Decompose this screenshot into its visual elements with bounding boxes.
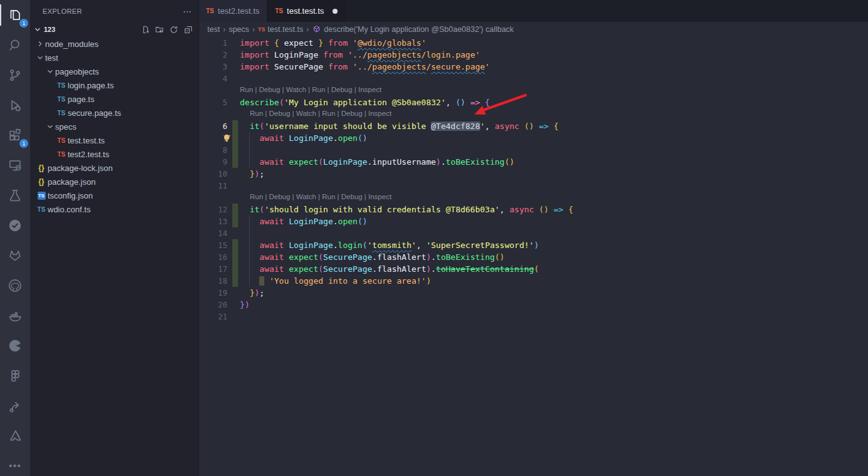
code-line-5[interactable]: 5describe('My Login application @Sb0ae08…: [199, 96, 868, 108]
chevron-down-icon: [45, 67, 55, 76]
activity-extensions-icon[interactable]: 1: [0, 120, 30, 150]
tree-file-test.test.ts[interactable]: TStest.test.ts: [30, 133, 199, 147]
code-line-8[interactable]: 8: [199, 144, 868, 156]
code-line-content: }): [240, 299, 250, 311]
git-added-gutter: [232, 263, 238, 275]
tree-folder-test[interactable]: test: [30, 51, 199, 65]
git-added-gutter: [232, 144, 238, 156]
code-line-17[interactable]: 17 await expect(SecurePage.flashAlert).t…: [199, 263, 868, 275]
lightbulb-icon[interactable]: [222, 133, 232, 145]
code-line-2[interactable]: 2import LoginPage from '../pageobjects/l…: [199, 49, 868, 61]
breadcrumb-label: test.test.ts: [267, 25, 303, 34]
code-line-content: await LoginPage.open(): [240, 215, 368, 227]
line-number: 14: [199, 227, 227, 239]
code-line-6[interactable]: 6 it('username input should be visible @…: [199, 120, 868, 132]
activity-check-circle-icon[interactable]: [0, 210, 30, 241]
line-number: 4: [199, 73, 227, 85]
codelens-row: Run | Debug | Watch | Run | Debug | Insp…: [199, 85, 868, 96]
line-number: 21: [199, 311, 227, 323]
activity-search-icon[interactable]: [0, 30, 30, 60]
activity-gitlab-icon[interactable]: [0, 241, 30, 271]
breadcrumb-item[interactable]: test: [207, 25, 220, 34]
code-line-18[interactable]: 18 'You logged into a secure area!'): [199, 275, 868, 287]
code-line-7[interactable]: 7 await LoginPage.open(): [199, 132, 868, 144]
modified-dot-icon[interactable]: [333, 9, 338, 14]
code-line-21[interactable]: 21: [199, 311, 868, 323]
vscode-window: 11••• EXPLORER ⋯ 123 node_modulestestpag…: [0, 0, 868, 476]
tree-file-package-lock.json[interactable]: {}package-lock.json: [30, 161, 199, 175]
code-line-10[interactable]: 10 });: [199, 168, 868, 180]
sidebar-header: EXPLORER ⋯: [30, 0, 199, 23]
tree-file-secure.page.ts[interactable]: TSsecure.page.ts: [30, 106, 199, 120]
line-number: 11: [199, 180, 227, 192]
activity-remote-explorer-icon[interactable]: [0, 150, 30, 180]
activity-azure-icon[interactable]: [0, 421, 30, 451]
line-number: 15: [199, 239, 227, 251]
line-number: 13: [199, 215, 227, 227]
activity-pie-circle-icon[interactable]: [0, 331, 30, 361]
code-line-3[interactable]: 3import SecurePage from '../pageobjects/…: [199, 61, 868, 73]
refresh-icon[interactable]: [168, 24, 179, 35]
tree-file-page.ts[interactable]: TSpage.ts: [30, 92, 199, 106]
code-line-4[interactable]: 4: [199, 73, 868, 85]
collapse-folders-icon[interactable]: [183, 24, 194, 35]
codelens-actions[interactable]: Run | Debug | Watch | Run | Debug | Insp…: [250, 110, 391, 117]
tree-file-login.page.ts[interactable]: TSlogin.page.ts: [30, 78, 199, 92]
activity-more-icon[interactable]: •••: [0, 451, 30, 476]
tree-item-label: pageobjects: [55, 67, 99, 76]
tab-test.test.ts[interactable]: TStest.test.ts: [267, 0, 346, 22]
indent-guide: [249, 227, 250, 239]
json-file-icon: {}: [35, 177, 48, 186]
code-line-13[interactable]: 13 await LoginPage.open(): [199, 215, 868, 227]
tree-file-package.json[interactable]: {}package.json: [30, 175, 199, 189]
line-number: 5: [199, 96, 227, 108]
git-added-gutter: [232, 120, 238, 132]
tree-file-wdio.conf.ts[interactable]: TSwdio.conf.ts: [30, 202, 199, 216]
code-line-12[interactable]: 12 it('should login with valid credentia…: [199, 204, 868, 215]
code-line-14[interactable]: 14: [199, 227, 868, 239]
highlighted-tag: @Te4dcf828: [431, 122, 480, 131]
code-line-16[interactable]: 16 await expect(SecurePage.flashAlert).t…: [199, 251, 868, 263]
tab-test2.test.ts[interactable]: TStest2.test.ts: [199, 0, 267, 22]
breadcrumb-item[interactable]: specs: [229, 25, 249, 34]
tree-folder-pageobjects[interactable]: pageobjects: [30, 65, 199, 78]
code-line-content: describe('My Login application @Sb0ae083…: [240, 96, 490, 108]
tree-file-tsconfig.json[interactable]: TStsconfig.json: [30, 189, 199, 202]
tree-folder-specs[interactable]: specs: [30, 120, 199, 133]
activity-run-debug-icon[interactable]: [0, 90, 30, 120]
code-line-content: it('should login with valid credentials …: [240, 204, 573, 215]
codelens-actions[interactable]: Run | Debug | Watch | Run | Debug | Insp…: [240, 86, 381, 93]
tree-file-test2.test.ts[interactable]: TStest2.test.ts: [30, 147, 199, 161]
activity-explorer-icon[interactable]: 1: [0, 0, 30, 30]
code-line-9[interactable]: 9 await expect(LoginPage.inputUsername).…: [199, 156, 868, 168]
workspace-folder-name: 123: [44, 26, 140, 33]
typescript-file-icon: TS: [55, 137, 68, 144]
activity-docker-icon[interactable]: [0, 301, 30, 331]
code-editor[interactable]: 1import { expect } from '@wdio/globals'2…: [199, 37, 868, 476]
line-number: 18: [199, 275, 227, 287]
views-more-actions-icon[interactable]: ⋯: [183, 6, 192, 16]
code-line-19[interactable]: 19 });: [199, 287, 868, 299]
activity-figma-icon[interactable]: [0, 361, 30, 391]
new-folder-icon[interactable]: [154, 24, 165, 35]
breadcrumb-item[interactable]: describe('My Login application @Sb0ae083…: [312, 24, 514, 34]
breadcrumb-item[interactable]: TStest.test.ts: [258, 25, 303, 34]
breadcrumb-label: describe('My Login application @Sb0ae083…: [324, 25, 514, 34]
tsconfig-file-icon: TS: [35, 192, 48, 200]
git-added-gutter: [232, 204, 238, 215]
folder-section-header[interactable]: 123: [30, 23, 199, 36]
code-line-1[interactable]: 1import { expect } from '@wdio/globals': [199, 37, 868, 49]
new-file-icon[interactable]: [140, 24, 150, 35]
activity-github-icon[interactable]: [0, 271, 30, 301]
codelens-actions[interactable]: Run | Debug | Watch | Run | Debug | Insp…: [250, 193, 391, 200]
code-line-content: await expect(LoginPage.inputUsername).to…: [240, 156, 514, 168]
activity-source-control-icon[interactable]: [0, 60, 30, 90]
editor-group: TStest2.test.tsTStest.test.ts test›specs…: [199, 0, 868, 476]
activity-testing-icon[interactable]: [0, 180, 30, 210]
code-line-15[interactable]: 15 await LoginPage.login('tomsmith', 'Su…: [199, 239, 868, 251]
code-line-20[interactable]: 20}): [199, 299, 868, 311]
code-line-11[interactable]: 11: [199, 180, 868, 192]
activity-live-share-icon[interactable]: [0, 391, 30, 421]
tree-folder-node_modules[interactable]: node_modules: [30, 37, 199, 51]
chevron-down-icon: [33, 25, 43, 34]
